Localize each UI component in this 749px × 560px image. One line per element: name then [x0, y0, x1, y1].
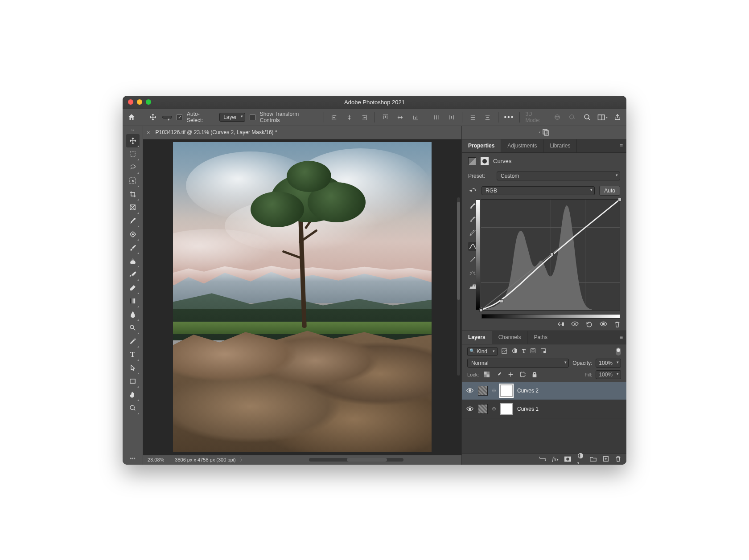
3d-camera-icon[interactable]	[567, 112, 577, 123]
lock-position-icon[interactable]	[508, 372, 514, 377]
move-tool-icon[interactable]	[148, 112, 158, 123]
curve-point[interactable]	[479, 308, 483, 312]
view-previous-icon[interactable]	[571, 321, 579, 328]
history-brush-tool[interactable]	[126, 268, 140, 281]
spot-heal-tool[interactable]	[126, 228, 140, 241]
tab-paths[interactable]: Paths	[527, 331, 554, 344]
mask-link-icon[interactable]: ⦾	[492, 388, 496, 393]
filter-pixel-icon[interactable]	[501, 348, 507, 355]
share-icon[interactable]	[612, 112, 623, 123]
mask-thumb[interactable]	[500, 403, 513, 415]
curve-point[interactable]	[550, 253, 554, 256]
workspace-switcher-icon[interactable]: ▾	[597, 112, 608, 123]
marquee-tool[interactable]	[126, 147, 140, 161]
target-adjustment-icon[interactable]	[468, 186, 477, 195]
brush-tool[interactable]	[126, 241, 140, 254]
align-left-icon[interactable]	[329, 112, 340, 123]
clip-to-layer-icon[interactable]	[557, 321, 564, 328]
tab-properties[interactable]: Properties	[462, 139, 501, 152]
lock-transparency-icon[interactable]	[484, 372, 490, 377]
frame-tool[interactable]	[126, 201, 140, 214]
layers-panel-menu-icon[interactable]: ≡	[616, 331, 626, 344]
eraser-tool[interactable]	[126, 281, 140, 294]
delete-layer-icon[interactable]	[615, 456, 621, 462]
align-top-icon[interactable]	[380, 112, 391, 123]
mask-thumb[interactable]	[500, 384, 513, 397]
type-tool[interactable]: T	[126, 348, 140, 361]
auto-select-mode-dropdown[interactable]: Layer	[219, 113, 245, 122]
object-select-tool[interactable]	[126, 174, 140, 188]
lasso-tool[interactable]	[126, 161, 140, 174]
gradient-tool[interactable]	[126, 294, 140, 308]
preset-dropdown[interactable]: Custom	[497, 172, 620, 180]
zoom-level[interactable]: 23.08%	[148, 457, 164, 462]
expand-tools-icon[interactable]: ››	[132, 128, 134, 133]
distribute-v-icon[interactable]	[468, 112, 478, 123]
close-tab-icon[interactable]: ×	[147, 129, 150, 136]
filter-adjustment-icon[interactable]	[512, 348, 518, 355]
layer-style-icon[interactable]: fx▾	[552, 455, 558, 462]
distribute-v2-icon[interactable]	[482, 112, 493, 123]
auto-button[interactable]: Auto	[599, 186, 620, 196]
tab-libraries[interactable]: Libraries	[543, 139, 577, 152]
horizontal-scrollbar[interactable]	[309, 458, 403, 462]
document-tab[interactable]: × P1034126.tif @ 23.1% (Curves 2, Layer …	[143, 126, 461, 139]
collapsed-panel-strip[interactable]: ‹‹	[462, 126, 626, 139]
align-right-icon[interactable]	[359, 112, 369, 123]
tab-adjustments[interactable]: Adjustments	[501, 139, 543, 152]
history-panel-icon[interactable]	[542, 128, 550, 136]
align-bottom-icon[interactable]	[410, 112, 420, 123]
rectangle-tool[interactable]	[126, 375, 140, 388]
curve-point[interactable]	[618, 198, 621, 201]
channel-dropdown[interactable]: RGB	[482, 186, 595, 195]
zoom-tool[interactable]	[126, 401, 140, 415]
lock-all-icon[interactable]	[532, 372, 537, 378]
canvas-viewport[interactable]	[143, 139, 461, 455]
visibility-toggle-icon[interactable]	[600, 321, 607, 328]
distribute-h2-icon[interactable]	[446, 112, 457, 123]
lock-artboard-icon[interactable]	[520, 372, 526, 377]
panel-menu-icon[interactable]: ≡	[616, 139, 626, 152]
clone-stamp-tool[interactable]	[126, 254, 140, 268]
curve-point[interactable]	[500, 299, 503, 303]
delete-adjustment-icon[interactable]	[614, 321, 620, 328]
new-group-icon[interactable]	[590, 456, 597, 462]
tab-channels[interactable]: Channels	[492, 331, 528, 344]
layer-name[interactable]: Curves 1	[517, 406, 539, 412]
lock-pixels-icon[interactable]	[496, 372, 502, 377]
visibility-icon[interactable]	[466, 388, 473, 393]
filter-shape-icon[interactable]	[530, 348, 536, 355]
distribute-h-icon[interactable]	[432, 112, 442, 123]
home-button[interactable]	[126, 112, 136, 123]
layer-filter-kind-dropdown[interactable]: Kind	[467, 347, 498, 356]
layer-row[interactable]: ⦾ Curves 2	[462, 382, 626, 400]
curves-graph[interactable]	[481, 199, 620, 311]
tab-layers[interactable]: Layers	[462, 331, 492, 344]
blur-tool[interactable]	[126, 308, 140, 321]
reset-icon[interactable]	[586, 321, 593, 328]
align-vcenter-icon[interactable]	[395, 112, 405, 123]
show-transform-checkbox[interactable]	[250, 114, 255, 120]
align-hcenter-icon[interactable]	[344, 112, 354, 123]
new-adjustment-icon[interactable]: ▾	[577, 453, 584, 465]
mask-link-icon[interactable]: ⦾	[492, 406, 496, 412]
filter-smart-icon[interactable]	[540, 348, 546, 355]
blend-mode-dropdown[interactable]: Normal	[467, 359, 569, 368]
link-layers-icon[interactable]	[539, 457, 546, 461]
hand-tool[interactable]	[126, 388, 140, 401]
crop-tool[interactable]	[126, 188, 140, 201]
eyedropper-tool[interactable]	[126, 214, 140, 228]
add-mask-icon[interactable]	[564, 456, 571, 462]
visibility-icon[interactable]	[466, 406, 473, 411]
3d-orbit-icon[interactable]	[552, 112, 563, 123]
edit-toolbar-icon[interactable]: •••	[130, 453, 136, 465]
pen-tool[interactable]	[126, 335, 140, 348]
fill-input[interactable]: 100%	[596, 370, 621, 379]
dodge-tool[interactable]	[126, 321, 140, 335]
filter-type-icon[interactable]: T	[522, 348, 526, 355]
move-tool[interactable]	[126, 134, 140, 147]
more-options-icon[interactable]: •••	[504, 112, 514, 123]
status-menu-icon[interactable]: 〉	[240, 457, 245, 462]
filter-toggle[interactable]	[616, 347, 621, 356]
tool-preset-dropdown[interactable]	[162, 116, 172, 119]
